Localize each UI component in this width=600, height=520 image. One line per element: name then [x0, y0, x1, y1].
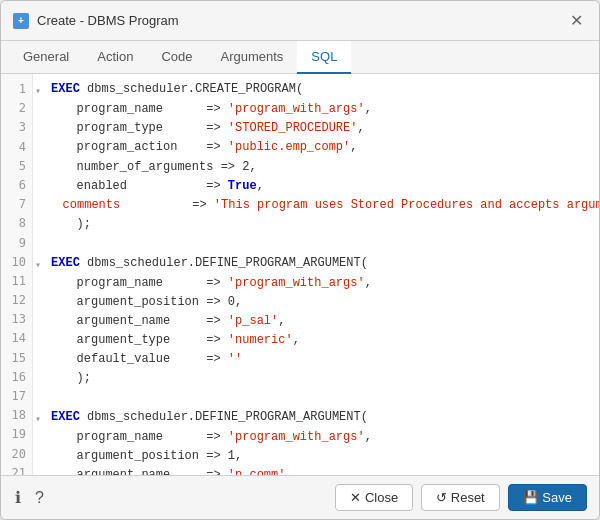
line-number: 12: [1, 291, 32, 310]
code-line: default_value => '': [33, 350, 599, 369]
code-line: [33, 389, 599, 408]
keyword-token: EXEC: [51, 80, 87, 99]
code-line: number_of_arguments => 2,: [33, 158, 599, 177]
plain-token: ,: [293, 331, 300, 350]
dialog-title: Create - DBMS Program: [37, 13, 179, 28]
plain-token: ,: [350, 138, 357, 157]
code-line: argument_position => 0,: [33, 293, 599, 312]
string-token: 'This program uses Stored Procedures and…: [214, 196, 599, 215]
tab-sql[interactable]: SQL: [297, 41, 351, 74]
plain-token: ,: [285, 466, 292, 475]
code-line: program_action => 'public.emp_comp',: [33, 138, 599, 157]
plain-token: argument_name =>: [55, 466, 228, 475]
reset-button[interactable]: ↺ Reset: [421, 484, 500, 511]
code-line: [33, 234, 599, 253]
code-line: ▾ EXEC dbms_scheduler.DEFINE_PROGRAM_ARG…: [33, 254, 599, 274]
reset-icon: ↺: [436, 490, 451, 505]
line-number: 11: [1, 272, 32, 291]
string-token: 'program_with_args': [228, 274, 365, 293]
plain-token: enabled =>: [55, 177, 228, 196]
plain-token: ,: [365, 100, 372, 119]
string-token: 'p_comm': [228, 466, 286, 475]
plain-token: ,: [365, 274, 372, 293]
fold-icon[interactable]: ▾: [35, 412, 47, 428]
string-token: 'STORED_PROCEDURE': [228, 119, 358, 138]
plain-token: ,: [357, 119, 364, 138]
code-line: program_type => 'STORED_PROCEDURE',: [33, 119, 599, 138]
close-icon: ✕: [350, 490, 365, 505]
keyword-token: EXEC: [51, 408, 87, 427]
plain-token: argument_name =>: [55, 312, 228, 331]
code-line: ▾ EXEC dbms_scheduler.DEFINE_PROGRAM_ARG…: [33, 408, 599, 428]
line-numbers: 1234567891011121314151617181920212223242…: [1, 74, 33, 475]
code-line: enabled => True,: [33, 177, 599, 196]
keyword-token: EXEC: [51, 254, 87, 273]
plain-token: program_name =>: [55, 428, 228, 447]
plain-token: dbms_scheduler.DEFINE_PROGRAM_ARGUMENT(: [87, 408, 368, 427]
tab-action[interactable]: Action: [83, 41, 147, 74]
reset-label: Reset: [451, 490, 485, 505]
string-token: 'p_sal': [228, 312, 278, 331]
line-number: 7: [1, 195, 32, 214]
line-number: 10: [1, 253, 32, 272]
plain-token: argument_type =>: [55, 331, 228, 350]
code-line: program_name => 'program_with_args',: [33, 274, 599, 293]
tabs-bar: General Action Code Arguments SQL: [1, 41, 599, 74]
code-line: argument_type => 'numeric',: [33, 331, 599, 350]
line-number: 18: [1, 406, 32, 425]
code-line: argument_name => 'p_comm',: [33, 466, 599, 475]
line-number: 4: [1, 138, 32, 157]
title-bar-left: + Create - DBMS Program: [13, 13, 179, 29]
dialog-icon: +: [13, 13, 29, 29]
plain-token: argument_position => 0,: [55, 293, 242, 312]
line-number: 21: [1, 464, 32, 475]
line-number: 19: [1, 425, 32, 444]
tab-general[interactable]: General: [9, 41, 83, 74]
plain-token: );: [55, 215, 91, 234]
close-label: Close: [365, 490, 398, 505]
keyword-token: True: [228, 177, 257, 196]
plain-token: dbms_scheduler.CREATE_PROGRAM(: [87, 80, 303, 99]
code-line: comments => 'This program uses Stored Pr…: [33, 196, 599, 215]
code-line: ▾ EXEC dbms_scheduler.CREATE_PROGRAM(: [33, 80, 599, 100]
tab-code[interactable]: Code: [147, 41, 206, 74]
line-number: 14: [1, 329, 32, 348]
code-line: program_name => 'program_with_args',: [33, 100, 599, 119]
fold-icon[interactable]: ▾: [35, 84, 47, 100]
line-number: 15: [1, 349, 32, 368]
save-label: Save: [542, 490, 572, 505]
plain-token: =>: [120, 196, 214, 215]
plain-token: program_action =>: [55, 138, 228, 157]
title-bar: + Create - DBMS Program ✕: [1, 1, 599, 41]
line-number: 8: [1, 214, 32, 233]
plain-token: default_value =>: [55, 350, 228, 369]
footer: ℹ ? ✕ Close ↺ Reset 💾 Save: [1, 475, 599, 519]
line-number: 9: [1, 234, 32, 253]
string-token: 'numeric': [228, 331, 293, 350]
line-number: 3: [1, 118, 32, 137]
dialog-create-dbms-program: + Create - DBMS Program ✕ General Action…: [0, 0, 600, 520]
close-button[interactable]: ✕ Close: [335, 484, 413, 511]
string-token: '': [228, 350, 242, 369]
string-token: 'public.emp_comp': [228, 138, 350, 157]
line-number: 2: [1, 99, 32, 118]
line-number: 16: [1, 368, 32, 387]
save-icon: 💾: [523, 490, 543, 505]
line-number: 6: [1, 176, 32, 195]
string-token: 'program_with_args': [228, 100, 365, 119]
plain-token: program_name =>: [55, 274, 228, 293]
line-number: 13: [1, 310, 32, 329]
save-button[interactable]: 💾 Save: [508, 484, 587, 511]
plain-token: program_type =>: [55, 119, 228, 138]
fold-icon[interactable]: ▾: [35, 258, 47, 274]
plain-token: ,: [365, 428, 372, 447]
footer-right-buttons: ✕ Close ↺ Reset 💾 Save: [335, 484, 587, 511]
code-line: );: [33, 369, 599, 388]
help-button[interactable]: ?: [33, 486, 46, 509]
dialog-close-button[interactable]: ✕: [566, 9, 587, 32]
tab-arguments[interactable]: Arguments: [206, 41, 297, 74]
line-number: 20: [1, 445, 32, 464]
info-button[interactable]: ℹ: [13, 486, 23, 509]
footer-left-buttons: ℹ ?: [13, 486, 46, 509]
sql-code-area: 1234567891011121314151617181920212223242…: [1, 74, 599, 475]
